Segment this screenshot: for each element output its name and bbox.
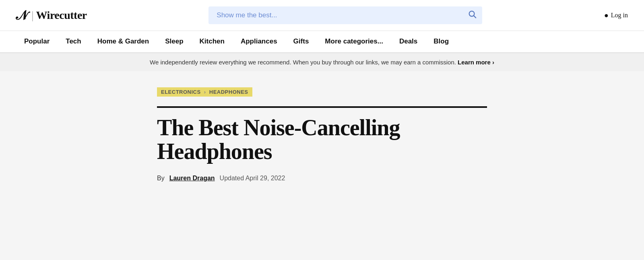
main-nav: Popular Tech Home & Garden Sleep Kitchen…	[0, 31, 644, 53]
update-date: Updated April 29, 2022	[220, 175, 285, 182]
breadcrumb-separator: ›	[204, 89, 206, 95]
title-section: The Best Noise-Cancelling Headphones By …	[157, 106, 487, 182]
site-header: 𝒩 | Wirecutter ● Log in	[0, 0, 644, 31]
wirecutter-logo: Wirecutter	[36, 9, 87, 22]
learn-more-link[interactable]: Learn more ›	[458, 59, 494, 66]
breadcrumb-category[interactable]: ELECTRONICS	[161, 89, 201, 95]
login-label: Log in	[611, 12, 628, 19]
logo-area: 𝒩 | Wirecutter	[16, 8, 87, 23]
nav-item-sleep[interactable]: Sleep	[157, 31, 191, 52]
nav-item-popular[interactable]: Popular	[16, 31, 58, 52]
login-button[interactable]: ● Log in	[604, 11, 628, 20]
nav-item-appliances[interactable]: Appliances	[233, 31, 285, 52]
user-icon: ●	[604, 11, 609, 20]
disclaimer-bar: We independently review everything we re…	[0, 53, 644, 71]
search-icon	[468, 10, 477, 19]
nav-item-more-categories[interactable]: More categories...	[317, 31, 391, 52]
nav-item-blog[interactable]: Blog	[425, 31, 457, 52]
logo-divider: |	[31, 9, 34, 22]
search-input[interactable]	[208, 6, 482, 24]
search-button[interactable]	[468, 10, 477, 21]
nav-list: Popular Tech Home & Garden Sleep Kitchen…	[16, 31, 628, 52]
nav-item-gifts[interactable]: Gifts	[285, 31, 317, 52]
byline: By Lauren Dragan Updated April 29, 2022	[157, 175, 487, 182]
disclaimer-text: We independently review everything we re…	[150, 59, 456, 66]
svg-line-1	[474, 16, 476, 18]
breadcrumb-subcategory[interactable]: HEADPHONES	[209, 89, 248, 95]
nav-item-tech[interactable]: Tech	[58, 31, 89, 52]
nyt-logo: 𝒩	[16, 8, 27, 23]
article-title: The Best Noise-Cancelling Headphones	[157, 116, 487, 163]
nav-item-deals[interactable]: Deals	[391, 31, 425, 52]
breadcrumb: ELECTRONICS › HEADPHONES	[157, 87, 252, 97]
main-content: ELECTRONICS › HEADPHONES The Best Noise-…	[141, 71, 503, 206]
author-name[interactable]: Lauren Dragan	[169, 175, 215, 182]
nav-item-home-garden[interactable]: Home & Garden	[89, 31, 157, 52]
search-area	[208, 6, 482, 24]
byline-prefix: By	[157, 175, 165, 182]
nav-item-kitchen[interactable]: Kitchen	[192, 31, 233, 52]
